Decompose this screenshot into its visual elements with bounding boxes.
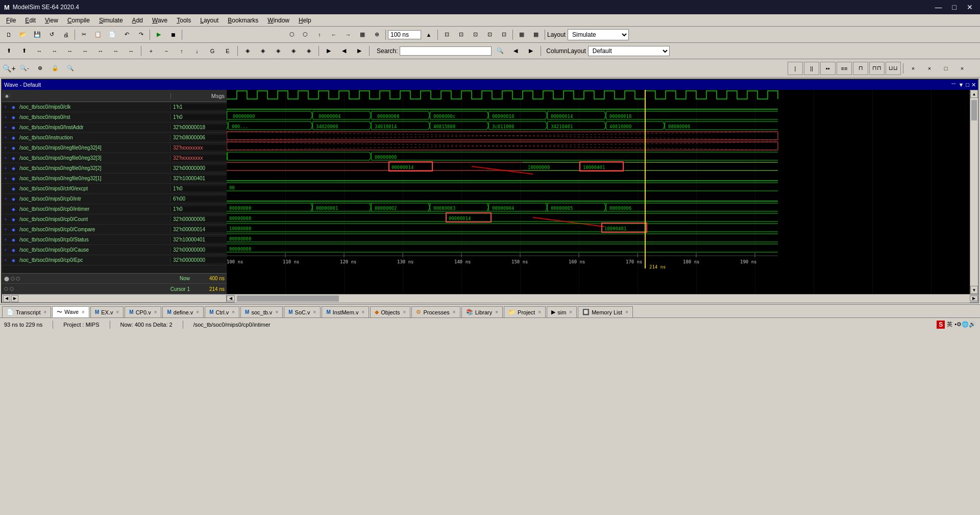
wave-disp5[interactable]: ⊓ — [853, 62, 868, 75]
waveform-area[interactable]: 00000000 00000004 00000008 — [227, 90, 970, 294]
mark-btn2[interactable]: × — [922, 62, 937, 75]
sim-zoom-button[interactable]: ⊕ — [370, 29, 383, 41]
wave-minimize-icon[interactable]: ▼ — [958, 82, 964, 88]
sim-btn1[interactable]: ⊡ — [440, 29, 453, 41]
reg3-expand[interactable]: + — [4, 156, 7, 161]
tab-sim-close[interactable]: × — [569, 309, 572, 315]
zoomin-button[interactable]: 🔍+ — [2, 62, 16, 75]
zoom-btn6[interactable]: ↔ — [109, 45, 122, 57]
compare-expand[interactable]: + — [4, 227, 7, 232]
tab-library[interactable]: 📚 Library × — [461, 306, 503, 317]
wave-maximize-icon[interactable]: □ — [966, 82, 969, 88]
signal-row-epc[interactable]: + ◆ /soc_tb/soc0/mips0/cp0/Epc 32'h00000… — [2, 255, 227, 265]
sim-right-button[interactable]: → — [341, 29, 355, 41]
signal-row-intimer[interactable]: ◆ /soc_tb/soc0/mips0/cp0/intimer 1'h0 — [2, 204, 227, 214]
reg2-expand[interactable]: + — [4, 166, 7, 171]
tab-ctrl[interactable]: M Ctrl.v × — [205, 306, 239, 317]
tab-memory-close[interactable]: × — [625, 309, 628, 315]
search-prev-btn[interactable]: ◀ — [509, 45, 522, 57]
move-dn-btn[interactable]: ↓ — [190, 45, 204, 57]
rst-expand[interactable]: + — [4, 115, 7, 120]
signal-row-reg3[interactable]: + ◆ /soc_tb/soc0/mips0/regfile0/reg32[3]… — [2, 153, 227, 163]
cursor-btn[interactable]: ⬆ — [2, 45, 15, 57]
tab-transcript-close[interactable]: × — [44, 309, 47, 315]
count-expand[interactable]: + — [4, 217, 7, 222]
scrollbar-thumb-h[interactable] — [237, 296, 339, 302]
sim-up-button[interactable]: ↑ — [313, 29, 326, 41]
scroll-left-button1[interactable]: ◀ — [3, 295, 10, 302]
wave-scroll-icon[interactable]: 〰 — [951, 82, 956, 88]
refresh-button[interactable]: ↺ — [45, 29, 58, 41]
tab-soc-close[interactable]: × — [313, 309, 316, 315]
tab-sim[interactable]: ▶ sim × — [547, 306, 577, 317]
open-button[interactable]: 📂 — [16, 29, 30, 41]
tab-cp0[interactable]: M CP0.v × — [125, 306, 161, 317]
zoom-lock-button[interactable]: 🔒 — [48, 62, 62, 75]
sim-btn4[interactable]: ⊡ — [483, 29, 496, 41]
cursor2-btn[interactable]: ⬆ — [17, 45, 31, 57]
signal-row-intr[interactable]: + ◆ /soc_tb/soc0/mips0/cp0/intr 6'h00 — [2, 194, 227, 204]
wave-btn2[interactable]: ▦ — [529, 29, 543, 41]
scroll-right-h-button[interactable]: ▶ — [970, 296, 978, 301]
scroll-right-button1[interactable]: ▶ — [11, 295, 18, 302]
wave-disp1[interactable]: | — [788, 62, 803, 75]
scroll-down-button[interactable]: ▼ — [970, 286, 978, 294]
paste-button[interactable]: 📄 — [106, 29, 119, 41]
epc-expand[interactable]: + — [4, 258, 7, 263]
tab-soctb-close[interactable]: × — [275, 309, 278, 315]
tab-memory-list[interactable]: 🔲 Memory List × — [578, 306, 633, 317]
wave-scrollbar-h[interactable]: ◀ ▶ ◀ ▶ — [2, 294, 978, 302]
zoom-btn4[interactable]: ↔ — [79, 45, 92, 57]
save-button[interactable]: 💾 — [31, 29, 44, 41]
signal-row-compare[interactable]: + ◆ /soc_tb/soc0/mips0/cp0/Compare 32'h0… — [2, 225, 227, 235]
menu-wave[interactable]: Wave — [148, 16, 172, 25]
menu-edit[interactable]: Edit — [21, 16, 40, 25]
copy-button[interactable]: 📋 — [91, 29, 105, 41]
scroll-up-button[interactable]: ▲ — [970, 90, 978, 98]
tab-define-close[interactable]: × — [196, 309, 199, 315]
tab-library-close[interactable]: × — [495, 309, 498, 315]
sim-left-button[interactable]: ← — [327, 29, 340, 41]
wave-disp6[interactable]: ⊓⊓ — [869, 62, 885, 75]
search-next-btn[interactable]: ▶ — [524, 45, 537, 57]
signal-row-reg2[interactable]: + ◆ /soc_tb/soc0/mips0/regfile0/reg32[2]… — [2, 163, 227, 174]
layout-select[interactable]: Simulate Debug Novas — [568, 29, 629, 40]
sim-btn2[interactable]: ⊡ — [454, 29, 468, 41]
time-up-button[interactable]: ▲ — [422, 29, 435, 41]
tab-define[interactable]: M define.v × — [162, 306, 204, 317]
tab-processes-close[interactable]: × — [453, 309, 456, 315]
print-button[interactable]: 🖨 — [59, 29, 72, 41]
signal-row-excpt[interactable]: ◆ /soc_tb/soc0/mips0/ctrl0/excpt 1'h0 — [2, 184, 227, 194]
wave-disp4[interactable]: ≡≡ — [837, 62, 852, 75]
signal-row-cause[interactable]: + ◆ /soc_tb/soc0/mips0/cp0/Cause 32'h000… — [2, 245, 227, 255]
close-button[interactable]: ✕ — [964, 3, 976, 11]
wave-disp7[interactable]: ⊔⊔ — [886, 62, 901, 75]
zoom-btn3[interactable]: ↔ — [63, 45, 77, 57]
intr-expand[interactable]: + — [4, 197, 7, 202]
signal-row-reg1[interactable]: + ◆ /soc_tb/soc0/mips0/regfile0/reg32[1]… — [2, 174, 227, 184]
sim-btn3[interactable]: ⊡ — [469, 29, 482, 41]
sim-back-button[interactable]: ⬡ — [299, 29, 312, 41]
cause-expand[interactable]: + — [4, 248, 7, 253]
undo-button[interactable]: ↶ — [120, 29, 133, 41]
signal-row-clk[interactable]: + ◆ /soc_tb/soc0/mips0/clk 1'h1 — [2, 102, 227, 112]
nav-btn2[interactable]: ◀ — [337, 45, 351, 57]
zoom-in-wave[interactable]: ↔ — [33, 45, 46, 57]
column-layout-select[interactable]: Default — [588, 46, 670, 56]
tab-soc[interactable]: M SoC.v × — [284, 306, 321, 317]
nav-btn3[interactable]: ▶ — [353, 45, 366, 57]
mark-btn3[interactable]: □ — [938, 62, 953, 75]
tab-cp0-close[interactable]: × — [154, 309, 157, 315]
del-signal-btn[interactable]: − — [160, 45, 173, 57]
tab-project[interactable]: 📁 Project × — [504, 306, 546, 317]
signal-row-instruction[interactable]: + ◆ /soc_tb/soc0/instruction 32'h0800000… — [2, 133, 227, 143]
menu-file[interactable]: File — [2, 16, 20, 25]
run-button[interactable]: ▶ — [152, 29, 165, 41]
disp-btn5[interactable]: ◈ — [302, 45, 315, 57]
zoom-area-button[interactable]: ⊕ — [33, 62, 47, 75]
tab-transcript[interactable]: 📄 Transcript × — [2, 306, 51, 317]
menu-simulate[interactable]: Simulate — [95, 16, 127, 25]
tab-soctb[interactable]: M soc_tb.v × — [240, 306, 283, 317]
break-button[interactable]: ⏹ — [166, 29, 180, 41]
signal-row-status[interactable]: + ◆ /soc_tb/soc0/mips0/cp0/Status 32'h10… — [2, 235, 227, 245]
